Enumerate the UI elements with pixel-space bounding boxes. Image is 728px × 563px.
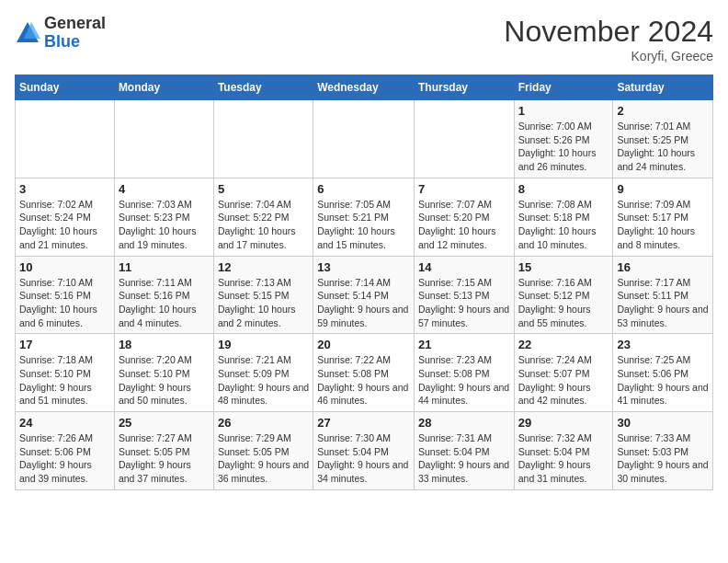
day-info: Sunrise: 7:32 AMSunset: 5:04 PMDaylight:… <box>518 431 609 486</box>
calendar-week-5: 24Sunrise: 7:26 AMSunset: 5:06 PMDayligh… <box>16 412 713 490</box>
day-info: Sunrise: 7:05 AMSunset: 5:21 PMDaylight:… <box>317 198 410 252</box>
day-info: Sunrise: 7:21 AMSunset: 5:09 PMDaylight:… <box>218 353 309 408</box>
calendar-cell <box>114 100 213 178</box>
day-info: Sunrise: 7:16 AMSunset: 5:12 PMDaylight:… <box>518 276 609 330</box>
calendar-cell: 20Sunrise: 7:22 AMSunset: 5:08 PMDayligh… <box>313 334 415 412</box>
logo: General Blue <box>15 15 106 52</box>
day-number: 1 <box>518 104 609 118</box>
logo-blue: Blue <box>44 33 106 52</box>
day-number: 30 <box>617 416 709 430</box>
day-info: Sunrise: 7:14 AMSunset: 5:14 PMDaylight:… <box>317 276 410 330</box>
calendar-cell: 4Sunrise: 7:03 AMSunset: 5:23 PMDaylight… <box>114 178 213 256</box>
day-number: 21 <box>418 338 510 351</box>
weekday-header-monday: Monday <box>114 75 213 100</box>
day-number: 5 <box>218 182 309 196</box>
day-number: 3 <box>19 182 110 196</box>
day-number: 25 <box>119 416 210 430</box>
calendar-cell <box>313 100 415 178</box>
day-number: 11 <box>119 260 210 274</box>
page-header: General Blue November 2024 Koryfi, Greec… <box>15 15 713 63</box>
calendar-cell: 5Sunrise: 7:04 AMSunset: 5:22 PMDaylight… <box>213 178 313 256</box>
calendar-cell: 12Sunrise: 7:13 AMSunset: 5:15 PMDayligh… <box>213 256 313 334</box>
day-info: Sunrise: 7:29 AMSunset: 5:05 PMDaylight:… <box>218 431 309 486</box>
day-number: 2 <box>617 104 709 118</box>
weekday-header-wednesday: Wednesday <box>313 75 415 100</box>
day-info: Sunrise: 7:30 AMSunset: 5:04 PMDaylight:… <box>317 431 410 486</box>
weekday-header-thursday: Thursday <box>414 75 514 100</box>
calendar-cell: 15Sunrise: 7:16 AMSunset: 5:12 PMDayligh… <box>514 256 613 334</box>
day-info: Sunrise: 7:09 AMSunset: 5:17 PMDaylight:… <box>617 198 709 252</box>
day-info: Sunrise: 7:03 AMSunset: 5:23 PMDaylight:… <box>119 198 210 252</box>
calendar-cell: 8Sunrise: 7:08 AMSunset: 5:18 PMDaylight… <box>514 178 613 256</box>
day-info: Sunrise: 7:31 AMSunset: 5:04 PMDaylight:… <box>418 431 510 486</box>
calendar-cell: 29Sunrise: 7:32 AMSunset: 5:04 PMDayligh… <box>514 412 613 490</box>
weekday-header-tuesday: Tuesday <box>213 75 313 100</box>
day-info: Sunrise: 7:26 AMSunset: 5:06 PMDaylight:… <box>19 431 110 486</box>
calendar-header: SundayMondayTuesdayWednesdayThursdayFrid… <box>16 75 713 100</box>
calendar-cell: 25Sunrise: 7:27 AMSunset: 5:05 PMDayligh… <box>114 412 213 490</box>
calendar-cell: 13Sunrise: 7:14 AMSunset: 5:14 PMDayligh… <box>313 256 415 334</box>
calendar-week-3: 10Sunrise: 7:10 AMSunset: 5:16 PMDayligh… <box>16 256 713 334</box>
calendar-cell: 1Sunrise: 7:00 AMSunset: 5:26 PMDaylight… <box>514 100 613 178</box>
calendar-cell: 11Sunrise: 7:11 AMSunset: 5:16 PMDayligh… <box>114 256 213 334</box>
calendar-body: 1Sunrise: 7:00 AMSunset: 5:26 PMDaylight… <box>16 100 713 490</box>
calendar-cell: 27Sunrise: 7:30 AMSunset: 5:04 PMDayligh… <box>313 412 415 490</box>
day-number: 23 <box>617 338 709 351</box>
day-number: 20 <box>317 338 410 351</box>
day-number: 17 <box>19 338 110 351</box>
calendar-week-2: 3Sunrise: 7:02 AMSunset: 5:24 PMDaylight… <box>16 178 713 256</box>
day-info: Sunrise: 7:11 AMSunset: 5:16 PMDaylight:… <box>119 276 210 330</box>
day-number: 13 <box>317 260 410 274</box>
day-info: Sunrise: 7:00 AMSunset: 5:26 PMDaylight:… <box>518 120 609 174</box>
logo-general: General <box>44 15 106 33</box>
day-number: 27 <box>317 416 410 430</box>
day-number: 29 <box>518 416 609 430</box>
day-number: 26 <box>218 416 309 430</box>
day-number: 12 <box>218 260 309 274</box>
calendar-cell: 14Sunrise: 7:15 AMSunset: 5:13 PMDayligh… <box>414 256 514 334</box>
calendar-cell <box>16 100 115 178</box>
day-info: Sunrise: 7:33 AMSunset: 5:03 PMDaylight:… <box>617 431 709 486</box>
calendar-cell: 6Sunrise: 7:05 AMSunset: 5:21 PMDaylight… <box>313 178 415 256</box>
day-number: 16 <box>617 260 709 274</box>
day-number: 28 <box>418 416 510 430</box>
day-number: 24 <box>19 416 110 430</box>
calendar-cell: 17Sunrise: 7:18 AMSunset: 5:10 PMDayligh… <box>16 334 115 412</box>
calendar-cell: 9Sunrise: 7:09 AMSunset: 5:17 PMDaylight… <box>613 178 713 256</box>
day-number: 15 <box>518 260 609 274</box>
day-info: Sunrise: 7:02 AMSunset: 5:24 PMDaylight:… <box>19 198 110 252</box>
logo-text: General Blue <box>44 15 106 52</box>
day-info: Sunrise: 7:20 AMSunset: 5:10 PMDaylight:… <box>119 353 210 408</box>
calendar-cell: 24Sunrise: 7:26 AMSunset: 5:06 PMDayligh… <box>16 412 115 490</box>
calendar-cell: 22Sunrise: 7:24 AMSunset: 5:07 PMDayligh… <box>514 334 613 412</box>
day-info: Sunrise: 7:18 AMSunset: 5:10 PMDaylight:… <box>19 353 110 408</box>
day-info: Sunrise: 7:08 AMSunset: 5:18 PMDaylight:… <box>518 198 609 252</box>
calendar-cell: 10Sunrise: 7:10 AMSunset: 5:16 PMDayligh… <box>16 256 115 334</box>
day-info: Sunrise: 7:17 AMSunset: 5:11 PMDaylight:… <box>617 276 709 330</box>
calendar-table: SundayMondayTuesdayWednesdayThursdayFrid… <box>15 75 713 490</box>
day-number: 6 <box>317 182 410 196</box>
day-info: Sunrise: 7:23 AMSunset: 5:08 PMDaylight:… <box>418 353 510 408</box>
day-info: Sunrise: 7:01 AMSunset: 5:25 PMDaylight:… <box>617 120 709 174</box>
day-number: 10 <box>19 260 110 274</box>
logo-icon <box>15 20 40 46</box>
day-info: Sunrise: 7:13 AMSunset: 5:15 PMDaylight:… <box>218 276 309 330</box>
day-number: 7 <box>418 182 510 196</box>
calendar-cell <box>213 100 313 178</box>
day-info: Sunrise: 7:10 AMSunset: 5:16 PMDaylight:… <box>19 276 110 330</box>
title-block: November 2024 Koryfi, Greece <box>504 15 713 63</box>
calendar-week-4: 17Sunrise: 7:18 AMSunset: 5:10 PMDayligh… <box>16 334 713 412</box>
day-info: Sunrise: 7:04 AMSunset: 5:22 PMDaylight:… <box>218 198 309 252</box>
calendar-cell: 7Sunrise: 7:07 AMSunset: 5:20 PMDaylight… <box>414 178 514 256</box>
calendar-cell: 16Sunrise: 7:17 AMSunset: 5:11 PMDayligh… <box>613 256 713 334</box>
day-info: Sunrise: 7:27 AMSunset: 5:05 PMDaylight:… <box>119 431 210 486</box>
weekday-header-friday: Friday <box>514 75 613 100</box>
calendar-cell: 26Sunrise: 7:29 AMSunset: 5:05 PMDayligh… <box>213 412 313 490</box>
calendar-cell: 30Sunrise: 7:33 AMSunset: 5:03 PMDayligh… <box>613 412 713 490</box>
day-number: 19 <box>218 338 309 351</box>
day-info: Sunrise: 7:07 AMSunset: 5:20 PMDaylight:… <box>418 198 510 252</box>
location-subtitle: Koryfi, Greece <box>504 49 713 63</box>
calendar-cell: 28Sunrise: 7:31 AMSunset: 5:04 PMDayligh… <box>414 412 514 490</box>
day-info: Sunrise: 7:22 AMSunset: 5:08 PMDaylight:… <box>317 353 410 408</box>
calendar-cell <box>414 100 514 178</box>
